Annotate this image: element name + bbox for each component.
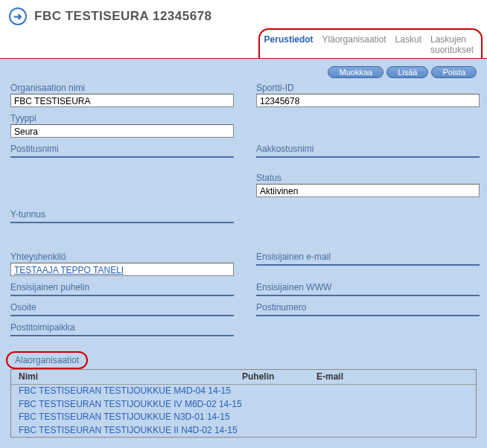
label-tyyppi: Tyyppi bbox=[10, 113, 234, 124]
tab-laskut[interactable]: Laskut bbox=[395, 34, 421, 55]
label-aakkostusnimi: Aakkostusnimi bbox=[256, 144, 480, 154]
section-alaorganisaatiot: Nimi Puhelin E-mail FBC TESTISEURAN TEST… bbox=[10, 369, 477, 438]
add-button[interactable]: Lisää bbox=[386, 66, 428, 78]
field-organisaation-nimi: Organisaation nimi FBC TESTISEURA bbox=[10, 83, 234, 107]
field-postinumero: Postinumero bbox=[256, 302, 480, 316]
label-postinumero: Postinumero bbox=[256, 302, 480, 313]
field-yhteyshenkilo: Yhteyshenkilö TESTAAJA TEPPO TANELI bbox=[10, 252, 234, 276]
label-ensisijainen-email: Ensisijainen e-mail bbox=[256, 252, 480, 262]
label-ytunnus: Y-tunnus bbox=[10, 209, 480, 220]
col-puhelin: Puhelin bbox=[242, 371, 316, 382]
label-ensisijainen-www: Ensisijainen WWW bbox=[256, 282, 480, 292]
list-item[interactable]: FBC TESTISEURAN TESTIJOUKKUE IV M6D-02 1… bbox=[11, 398, 476, 412]
value-ensisijainen-www bbox=[256, 293, 480, 296]
value-yhteyshenkilo[interactable]: TESTAAJA TEPPO TANELI bbox=[10, 263, 234, 276]
value-organisaation-nimi: FBC TESTISEURA bbox=[10, 94, 234, 107]
field-postitusnimi: Postitusnimi bbox=[10, 144, 234, 158]
field-ensisijainen-puhelin: Ensisijainen puhelin bbox=[10, 282, 234, 296]
delete-button[interactable]: Poista bbox=[431, 66, 477, 78]
label-postitoimipaikka: Postitoimipaikka bbox=[10, 322, 480, 333]
value-ensisijainen-puhelin bbox=[10, 293, 234, 296]
toolbar: Muokkaa Lisää Poista bbox=[0, 59, 487, 83]
field-ytunnus: Y-tunnus bbox=[10, 209, 480, 223]
list-item[interactable]: FBC TESTISEURAN TESTIJOUKKUE N3D-01 14-1… bbox=[11, 411, 476, 424]
value-postitoimipaikka bbox=[10, 333, 234, 336]
value-status: Aktiivinen bbox=[256, 184, 480, 197]
list-item[interactable]: FBC TESTISEURAN TESTIJOUKKUE M4D-04 14-1… bbox=[11, 385, 476, 398]
value-aakkostusnimi bbox=[256, 155, 480, 158]
label-sportti-id: Sportti-ID bbox=[256, 83, 480, 93]
page-title: FBC TESTISEURA 12345678 bbox=[34, 9, 212, 24]
nav-arrow-icon[interactable]: ➜ bbox=[9, 7, 27, 25]
value-postitusnimi bbox=[10, 155, 234, 158]
field-status: Status Aktiivinen bbox=[256, 173, 480, 197]
label-organisaation-nimi: Organisaation nimi bbox=[10, 83, 234, 93]
value-ensisijainen-email bbox=[256, 263, 480, 266]
content: Organisaation nimi FBC TESTISEURA Sportt… bbox=[0, 83, 487, 438]
label-ensisijainen-puhelin: Ensisijainen puhelin bbox=[10, 282, 234, 292]
header: ➜ FBC TESTISEURA 12345678 Perustiedot Yl… bbox=[0, 0, 487, 59]
tab-bar: Perustiedot Yläorganisaatiot Laskut Lask… bbox=[258, 28, 483, 58]
value-osoite bbox=[10, 313, 234, 316]
field-postitoimipaikka: Postitoimipaikka bbox=[10, 322, 480, 336]
field-tyyppi: Tyyppi Seura bbox=[10, 113, 234, 138]
label-status: Status bbox=[256, 173, 480, 183]
section-tab-alaorganisaatiot[interactable]: Alaorganisaatiot bbox=[6, 351, 88, 369]
value-tyyppi: Seura bbox=[10, 124, 234, 138]
label-postitusnimi: Postitusnimi bbox=[10, 144, 234, 154]
tab-laskujen-suoritukset[interactable]: Laskujen suoritukset bbox=[430, 34, 474, 55]
col-email: E-mail bbox=[316, 371, 406, 382]
list-item[interactable]: FBC TESTISEURAN TESTIJOUKKUE II N4D-02 1… bbox=[11, 424, 476, 438]
field-osoite: Osoite bbox=[10, 302, 234, 316]
col-nimi: Nimi bbox=[19, 371, 242, 382]
label-osoite: Osoite bbox=[10, 302, 234, 313]
value-ytunnus bbox=[10, 220, 234, 223]
value-postinumero bbox=[256, 313, 480, 316]
edit-button[interactable]: Muokkaa bbox=[328, 66, 383, 78]
field-ensisijainen-email: Ensisijainen e-mail bbox=[256, 252, 480, 276]
tab-ylaorganisaatiot[interactable]: Yläorganisaatiot bbox=[322, 34, 386, 55]
field-aakkostusnimi: Aakkostusnimi bbox=[256, 144, 480, 158]
tab-perustiedot[interactable]: Perustiedot bbox=[264, 34, 313, 55]
label-yhteyshenkilo: Yhteyshenkilö bbox=[10, 252, 234, 262]
value-sportti-id: 12345678 bbox=[256, 94, 480, 107]
field-ensisijainen-www: Ensisijainen WWW bbox=[256, 282, 480, 296]
field-sportti-id: Sportti-ID 12345678 bbox=[256, 83, 480, 107]
section-header: Nimi Puhelin E-mail bbox=[11, 370, 476, 385]
